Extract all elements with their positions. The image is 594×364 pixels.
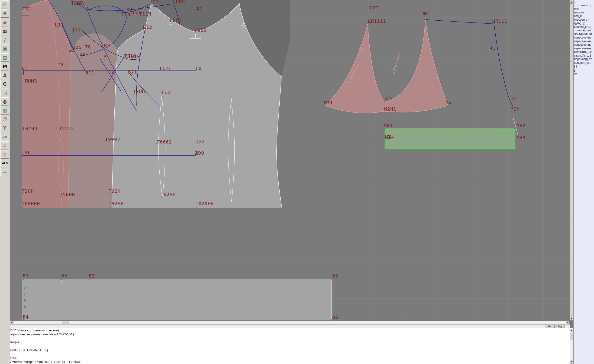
command-item-4[interactable]: отл_В: [574, 14, 594, 18]
pattern-point[interactable]: [141, 17, 142, 18]
command-item-7[interactable]: сплайн_к[10]: [574, 25, 594, 29]
graphics-icon[interactable]: G: [0, 80, 9, 88]
pattern-point[interactable]: [514, 128, 515, 129]
table-icon[interactable]: ▥: [0, 106, 9, 114]
canvas-horizontal-scrollbar[interactable]: ◀ ▶: [10, 321, 570, 324]
drafting-icon: Δ: [3, 73, 7, 77]
command-item-9[interactable]: ЗАПИСАТЬ(и: [574, 33, 594, 36]
pattern-point[interactable]: [512, 101, 513, 102]
command-item-13[interactable]: пересечение: [574, 47, 594, 51]
point-label-Х2: Х2: [127, 7, 133, 12]
pattern-point[interactable]: [68, 207, 69, 208]
scroll-down-icon[interactable]: ▼: [570, 317, 573, 321]
scroll-left-icon[interactable]: ◀: [10, 321, 14, 324]
command-item-17[interactable]: поворот(())...: [574, 61, 594, 65]
pattern-point[interactable]: [133, 94, 134, 95]
point-label-В5: В5: [332, 314, 338, 320]
bottom-band-piece[interactable]: [22, 279, 331, 320]
image-icon[interactable]: ▣: [0, 45, 9, 53]
editor-line-5: { ОСНОВНЫЕ ПАРАМЕТРЫ }: [0, 348, 570, 352]
editor-scroll-thumb[interactable]: [570, 333, 573, 339]
document-icon[interactable]: ≡: [0, 141, 9, 150]
point-label-Т92Н: Т92Н: [108, 188, 121, 194]
left-toolbar: ⊕⊖◉▦∕▣▧MΔG◿◎▥☺ϒ3D≡≣ALG⇦: [0, 0, 10, 364]
point-label-В6: В6: [61, 273, 67, 278]
editor-line-4: [0, 344, 570, 348]
pattern-point[interactable]: [104, 59, 105, 60]
command-item-18[interactable]: { }: [574, 65, 594, 68]
pattern-point[interactable]: [22, 207, 23, 208]
point-label-В21: В21: [128, 69, 137, 75]
command-item-10[interactable]: пересечение: [574, 36, 594, 40]
pan-piece-icon[interactable]: ◉: [0, 18, 9, 26]
pattern-point[interactable]: [385, 101, 385, 102]
command-item-19[interactable]: [ ]: [574, 68, 594, 72]
drafting-icon[interactable]: Δ: [0, 71, 9, 79]
ruler-icon: ◿: [3, 91, 7, 95]
zoom-out-icon[interactable]: ⊖: [0, 9, 9, 18]
pattern-point[interactable]: [424, 18, 425, 19]
pattern-point[interactable]: [385, 149, 385, 150]
command-item-11[interactable]: пересечение: [574, 40, 594, 43]
command-item-3[interactable]: лекало: [574, 11, 594, 15]
command-item-1[interactable]: т.:=точка(т.х,: [574, 4, 594, 7]
back-piece[interactable]: [22, 0, 71, 208]
drawing-canvas[interactable]: Т01ТА07Т07ХХ2Т161Т11Т11ПЦП1ЦП0ПЖ1ПОМ2Ц12…: [10, 0, 570, 321]
grid-icon[interactable]: ▦: [0, 27, 9, 35]
command-item-2[interactable]: отл: [574, 7, 594, 11]
3d-icon[interactable]: 3D: [0, 133, 9, 141]
command-item-5[interactable]: отрезок( , );: [574, 18, 594, 22]
books-icon[interactable]: ≣: [0, 150, 9, 159]
pattern-point[interactable]: [23, 12, 24, 13]
pattern-point[interactable]: [23, 279, 24, 280]
pattern-point[interactable]: [89, 279, 90, 280]
pattern-point[interactable]: [57, 67, 58, 68]
model-photo-icon[interactable]: ☺: [0, 115, 9, 123]
pattern-m-icon[interactable]: M: [0, 62, 9, 71]
pattern-piece-icon[interactable]: ▧: [0, 53, 9, 62]
garment-sketch-icon[interactable]: ϒ: [0, 124, 9, 132]
pattern-point[interactable]: [196, 207, 196, 208]
grid-icon: ▦: [3, 29, 7, 33]
canvas-vertical-scrollbar[interactable]: ▲ ▼: [570, 0, 573, 321]
ruler-icon[interactable]: ◿: [0, 89, 9, 97]
horizontal-scroll-thumb[interactable]: [62, 321, 68, 324]
command-item-16[interactable]: перенос((),от: [574, 58, 594, 61]
point-label-М3: М3: [446, 99, 452, 105]
pattern-point[interactable]: [447, 105, 448, 106]
scroll-down-icon[interactable]: ▼: [570, 360, 573, 364]
measure-line-icon[interactable]: ∕: [0, 36, 9, 44]
command-item-8[interactable]: :=метка(точк: [574, 29, 594, 33]
point-label-Ж1: Ж1: [196, 6, 202, 12]
point-label-ПОМ1: ПОМ1: [368, 5, 380, 10]
side-band-piece[interactable]: [68, 34, 117, 208]
fold-label-letter: С: [24, 287, 27, 291]
scroll-up-icon[interactable]: ▲: [570, 329, 573, 332]
editor-scrollbar[interactable]: ▲ ▼: [570, 328, 573, 364]
program-editor[interactable]: { 4057 Блузка с открытыми плечами}{ Разр…: [0, 328, 570, 364]
command-item-15[interactable]: сжать(()...1.1: [574, 54, 594, 58]
pattern-point[interactable]: [162, 96, 163, 97]
pattern-point[interactable]: [331, 319, 331, 320]
exit-icon[interactable]: ⇦: [0, 168, 9, 176]
pattern-point[interactable]: [61, 279, 62, 280]
fold-label-letter: Б: [24, 304, 27, 309]
pattern-point[interactable]: [331, 279, 331, 280]
editor-line-2: [0, 336, 570, 340]
scroll-right-icon[interactable]: ▶: [566, 321, 570, 324]
point-label-М2Н1: М2Н1: [384, 106, 396, 112]
command-item-0[interactable]: :=: [574, 0, 594, 4]
camera-icon[interactable]: ◎: [0, 97, 9, 106]
command-item-6[interactable]: дуга(...);: [574, 22, 594, 25]
scroll-up-icon[interactable]: ▲: [570, 0, 573, 4]
vertical-scroll-thumb[interactable]: [570, 54, 573, 61]
point-label-Т62НН: Т62НН: [161, 192, 176, 197]
command-item-12[interactable]: пересечение: [574, 43, 594, 47]
point-label-Т121: Т121: [159, 66, 171, 71]
algorithm-icon[interactable]: ALG: [0, 159, 9, 167]
command-item-14[interactable]: отложить(...);: [574, 50, 594, 54]
zoom-in-icon[interactable]: ⊕: [0, 0, 9, 9]
pattern-point[interactable]: [109, 207, 110, 208]
point-label-В4: В4: [23, 314, 29, 320]
command-item-20[interactable]: рз_: [574, 72, 594, 76]
